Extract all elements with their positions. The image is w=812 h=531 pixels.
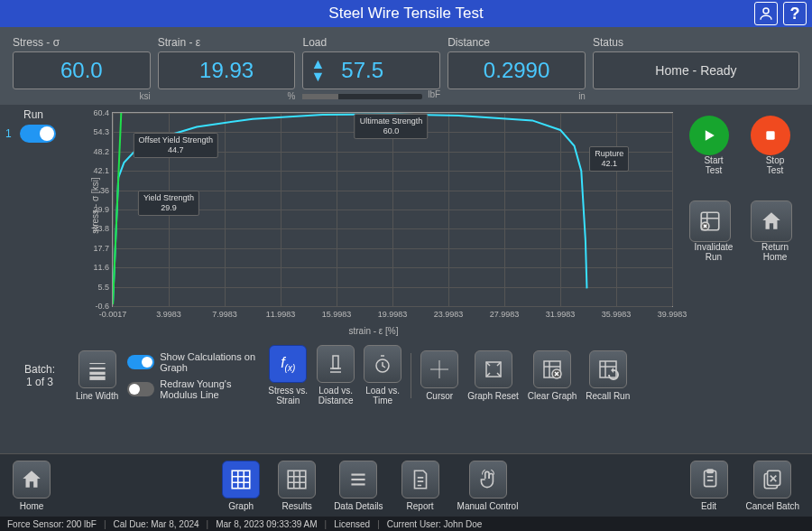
load-vs-time-button[interactable]: Load vs. Time [364,345,401,405]
svg-rect-16 [232,470,250,489]
run-toggle[interactable] [20,125,56,143]
help-icon[interactable]: ? [783,2,807,25]
status-force-sensor: Force Sensor: 200 lbF [7,519,97,529]
return-home-button[interactable] [751,200,792,242]
load-value: 57.5 [341,58,383,83]
options-row: Batch: 1 of 3 Line Width Show Calculatio… [0,338,812,415]
chart-ylabel: stress - σ [ksi] [90,177,100,233]
stress-readout: Stress - σ 60.0 ksi [13,36,151,101]
bottom-nav: Home Graph Results Data Details Report M… [0,453,812,517]
readouts-panel: Stress - σ 60.0 ksi Strain - ε 19.93 % L… [0,27,812,105]
status-cal-due: Cal Due: Mar 8, 2024 [114,519,199,529]
distance-value[interactable]: 0.2990 [448,51,586,89]
title-bar: Steel Wire Tensile Test ? [0,0,812,27]
nav-home[interactable]: Home [13,461,51,511]
redraw-modulus-toggle[interactable] [127,382,154,396]
nav-manual-control[interactable]: Manual Control [457,461,519,511]
status-current-user: Current User: John Doe [387,519,483,529]
svg-point-0 [763,8,769,14]
batch-indicator: Batch: 1 of 3 [13,363,67,388]
nav-graph[interactable]: Graph [222,461,260,511]
recall-run-button[interactable]: Recall Run [586,350,630,401]
stop-test-button[interactable] [751,116,790,155]
graph-reset-button[interactable]: Graph Reset [467,350,519,401]
status-bar: Force Sensor: 200 lbF| Cal Due: Mar 8, 2… [0,517,812,531]
load-readout: Load ▲▼ 57.5 lbF [302,36,440,101]
cursor-button[interactable]: Cursor [420,350,458,401]
svg-rect-22 [706,470,713,472]
separator [411,353,411,398]
control-column: Start Test Stop Test Invalidate Run R [686,108,803,338]
chart-annotation: Ultimate Strength60.0 [355,114,429,139]
invalidate-run-button[interactable] [689,200,731,242]
chart[interactable]: -0.65.511.617.723.829.93642.148.254.360.… [67,108,680,338]
run-column: Run 1 [5,108,61,338]
nav-data-details[interactable]: Data Details [334,461,383,511]
clear-graph-button[interactable]: Clear Graph [528,350,577,401]
status-datetime: Mar 8, 2023 09:33:39 AM [216,519,317,529]
load-value-box[interactable]: ▲▼ 57.5 [302,51,440,89]
line-width-button[interactable]: Line Width [76,350,118,401]
distance-readout: Distance 0.2990 in [448,36,586,101]
page-title: Steel Wire Tensile Test [328,5,483,23]
strain-value[interactable]: 19.93 [158,51,296,89]
stress-vs-strain-button[interactable]: f(x) Stress vs. Strain [268,345,308,405]
load-vs-distance-button[interactable]: Load vs. Distance [317,345,355,405]
svg-rect-15 [600,361,616,377]
svg-rect-8 [333,356,338,368]
user-icon[interactable] [754,2,778,25]
status-readout: Status Home - Ready [593,36,799,101]
stress-value[interactable]: 60.0 [13,51,151,89]
nav-edit[interactable]: Edit [690,461,728,511]
svg-rect-17 [288,470,306,489]
show-calculations-toggle[interactable] [127,355,154,369]
chart-annotation: Rupture42.1 [589,146,629,172]
nav-report[interactable]: Report [401,461,439,511]
nav-cancel-batch[interactable]: Cancel Batch [746,461,799,511]
chart-annotation: Yield Strength29.9 [138,191,199,216]
status-value: Home - Ready [593,51,799,89]
svg-rect-1 [766,131,774,139]
strain-readout: Strain - ε 19.93 % [158,36,296,101]
chart-xlabel: strain - ε [%] [348,326,398,336]
start-test-button[interactable] [689,116,729,155]
load-updown-icon[interactable]: ▲▼ [310,58,325,83]
run-index: 1 [5,127,12,140]
status-license: Licensed [334,519,370,529]
load-bar [302,94,422,99]
chart-annotation: Offset Yield Strength44.7 [134,133,218,158]
nav-results[interactable]: Results [278,461,316,511]
